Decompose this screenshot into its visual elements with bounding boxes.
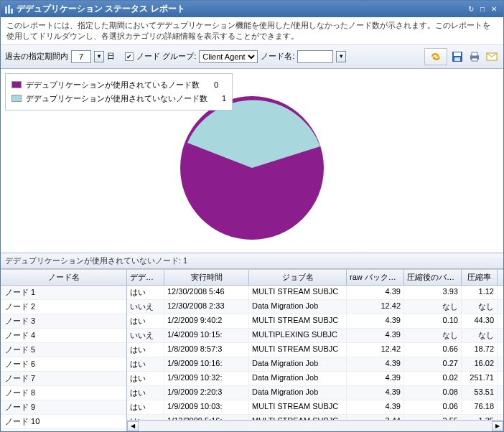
table-cell: 1/9/2009 10:16:: [164, 357, 249, 371]
table-cell: いいえ: [127, 300, 164, 314]
svg-rect-1: [8, 5, 10, 14]
table-cell: 1/9/2009 10:03:: [164, 400, 249, 414]
table-cell: 12/30/2008 2:33: [164, 300, 249, 314]
svg-rect-0: [5, 6, 7, 14]
table-cell: Data Migration Job: [249, 372, 347, 385]
grid-column-header[interactable]: ジョブ名: [249, 270, 347, 285]
table-cell: MULTIPLEXING SUBJC: [249, 329, 347, 342]
node-list-item[interactable]: ノード 7: [1, 372, 126, 386]
table-cell: なし: [404, 300, 462, 314]
node-name-label: ノード名:: [261, 51, 294, 62]
email-icon[interactable]: [485, 50, 499, 64]
table-cell: 44.30: [462, 314, 498, 328]
table-cell: 4.39: [347, 357, 404, 371]
table-cell: 1/12/2009 5:16:: [164, 415, 249, 420]
table-row[interactable]: いいえ12/30/2008 2:33Data Migration Job12.4…: [127, 300, 503, 314]
group-checkbox[interactable]: ✔: [125, 52, 134, 61]
table-cell: はい: [127, 314, 164, 328]
grid-column-header[interactable]: raw バックアップ: [347, 270, 404, 285]
table-row[interactable]: はい1/9/2009 2:20:3Data Migration Job4.390…: [127, 386, 503, 400]
table-cell: 12.42: [347, 300, 404, 314]
node-name-input[interactable]: [297, 50, 333, 63]
table-row[interactable]: いいえ1/4/2009 10:15:MULTIPLEXING SUBJC4.39…: [127, 329, 503, 343]
table-cell: 1.35: [462, 415, 498, 420]
table-cell: 1/4/2009 10:15:: [164, 329, 249, 342]
table-cell: 12/30/2008 5:46: [164, 286, 249, 299]
period-value-input[interactable]: [71, 50, 91, 63]
table-cell: 16.02: [462, 357, 498, 371]
node-list-item[interactable]: ノード 1: [1, 286, 126, 300]
report-description: このレポートには、指定した期間においてデデュプリケーション機能を使用した/使用し…: [1, 17, 503, 44]
horizontal-scrollbar[interactable]: ◀ ▶: [127, 420, 503, 431]
node-list-item[interactable]: ノード 3: [1, 314, 126, 329]
table-cell: はい: [127, 415, 164, 420]
table-cell: 4.39: [347, 314, 404, 328]
table-cell: なし: [404, 329, 462, 342]
node-list-item[interactable]: ノード 9: [1, 400, 126, 415]
grid-column-header[interactable]: 実行時間: [164, 270, 249, 285]
table-cell: 12.42: [347, 343, 404, 357]
grid-column-header[interactable]: 圧縮後のバックアッ: [404, 270, 462, 285]
table-cell: 0.10: [404, 314, 462, 328]
node-name-dropdown-icon[interactable]: ▼: [336, 51, 346, 62]
table-row[interactable]: はい1/9/2009 10:16:Data Migration Job4.390…: [127, 357, 503, 372]
svg-rect-2: [11, 9, 13, 14]
save-icon[interactable]: [450, 50, 465, 64]
refresh-button[interactable]: [424, 48, 447, 65]
titlebar: デデュプリケーション ステータス レポート ↻ □ ✕: [1, 1, 503, 17]
node-list-item[interactable]: ノード 6: [1, 357, 126, 372]
period-label: 過去の指定期間内: [5, 51, 68, 62]
scroll-right-icon[interactable]: ▶: [492, 421, 503, 431]
table-cell: 251.71: [462, 372, 498, 385]
node-list: ノード名 ノード 1ノード 2ノード 3ノード 4ノード 5ノード 6ノード 7…: [1, 270, 127, 431]
grid-column-header[interactable]: 圧縮率: [462, 270, 498, 285]
group-label: ノード グループ:: [136, 51, 196, 62]
detail-title: デデュプリケーションが使用されていないノード: 1: [1, 253, 503, 269]
legend-label-unused: デデュプリケーションが使用されていないノード数: [26, 93, 207, 104]
report-window: デデュプリケーション ステータス レポート ↻ □ ✕ このレポートには、指定し…: [0, 0, 504, 432]
table-row[interactable]: はい1/2/2009 9:40:2MULTI STREAM SUBJC4.390…: [127, 314, 503, 329]
table-cell: MULTI STREAM SUBJC: [249, 415, 347, 420]
table-cell: いいえ: [127, 329, 164, 342]
scroll-left-icon[interactable]: ◀: [127, 421, 139, 431]
table-cell: 0.08: [404, 386, 462, 400]
table-row[interactable]: はい1/12/2009 5:16:MULTI STREAM SUBJC3.442…: [127, 415, 503, 420]
table-cell: 0.66: [404, 343, 462, 357]
window-title: デデュプリケーション ステータス レポート: [17, 3, 466, 15]
refresh-window-icon[interactable]: ↻: [466, 4, 476, 14]
svg-rect-4: [454, 52, 461, 56]
table-row[interactable]: はい12/30/2008 5:46MULTI STREAM SUBJC4.393…: [127, 286, 503, 300]
node-list-item[interactable]: ノード 4: [1, 329, 126, 343]
table-cell: 1/9/2009 10:32:: [164, 372, 249, 385]
table-cell: 4.39: [347, 400, 404, 414]
node-list-item[interactable]: ノード 5: [1, 343, 126, 357]
grid-column-header[interactable]: デデュプリケ: [127, 270, 164, 285]
chart-legend: デデュプリケーションが使用されているノード数 0 デデュプリケーションが使用され…: [5, 73, 233, 111]
table-cell: MULTI STREAM SUBJC: [249, 343, 347, 357]
close-icon[interactable]: ✕: [489, 4, 499, 14]
table-cell: 76.18: [462, 400, 498, 414]
chart-area: デデュプリケーションが使用されているノード数 0 デデュプリケーションが使用され…: [1, 69, 503, 253]
node-list-item[interactable]: ノード 8: [1, 386, 126, 400]
node-list-item[interactable]: ノード 10: [1, 415, 126, 429]
table-cell: MULTI STREAM SUBJC: [249, 400, 347, 414]
table-cell: はい: [127, 343, 164, 357]
print-icon[interactable]: [467, 50, 482, 64]
table-cell: 4.39: [347, 329, 404, 342]
maximize-icon[interactable]: □: [477, 4, 487, 14]
table-cell: 3.44: [347, 415, 404, 420]
period-value-dropdown-icon[interactable]: ▼: [94, 51, 104, 62]
table-row[interactable]: はい1/9/2009 10:32:Data Migration Job4.390…: [127, 372, 503, 386]
table-row[interactable]: はい1/8/2009 8:57:3MULTI STREAM SUBJC12.42…: [127, 343, 503, 357]
report-icon: [5, 5, 14, 14]
node-list-item[interactable]: ノード 2: [1, 300, 126, 314]
table-cell: 0.27: [404, 357, 462, 371]
table-cell: Data Migration Job: [249, 300, 347, 314]
node-list-item[interactable]: ノード 11: [1, 429, 126, 431]
group-select[interactable]: Client Agent: [199, 50, 258, 63]
table-row[interactable]: はい1/9/2009 10:03:MULTI STREAM SUBJC4.390…: [127, 400, 503, 415]
table-cell: はい: [127, 286, 164, 299]
table-cell: なし: [462, 300, 498, 314]
table-cell: 4.39: [347, 372, 404, 385]
svg-rect-8: [472, 58, 477, 61]
